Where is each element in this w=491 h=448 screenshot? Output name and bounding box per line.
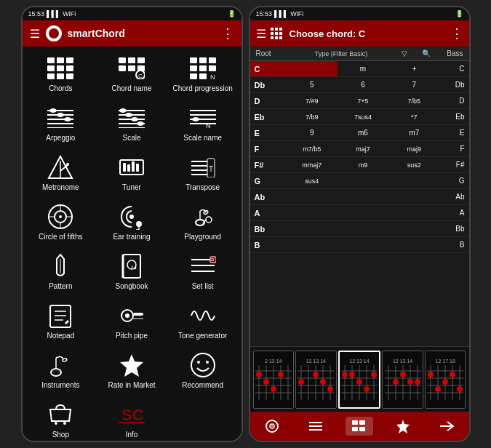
b-type3[interactable] <box>388 237 439 252</box>
bb-bass[interactable]: Bb <box>440 221 469 236</box>
ab-root[interactable]: Ab <box>250 189 287 204</box>
ab-type2[interactable] <box>338 189 388 204</box>
menu-item-recommend[interactable]: Recommend <box>167 346 239 396</box>
chord-row-c[interactable]: C m + C <box>250 61 469 77</box>
db-bass[interactable]: Db <box>440 77 469 92</box>
fretboard-2[interactable]: 12 13 14 <box>295 351 337 409</box>
bb-type3[interactable] <box>388 221 439 236</box>
search-icon-btn[interactable]: 🔍 <box>415 49 437 57</box>
db-type1[interactable]: 5 <box>287 77 338 92</box>
fs-type1[interactable]: mmaj7 <box>287 157 338 172</box>
fretboard-3[interactable]: 12 13 14 <box>338 351 381 409</box>
menu-item-songbook[interactable]: ♪ Songbook <box>96 247 167 297</box>
d-bass[interactable]: D <box>440 93 469 108</box>
eb-type2[interactable]: 7sus4 <box>338 109 388 124</box>
b-root[interactable]: B <box>250 237 287 252</box>
a-type1[interactable] <box>287 205 338 220</box>
chord-row-a[interactable]: A A <box>250 205 469 221</box>
e-type1[interactable]: 9 <box>287 125 338 140</box>
menu-item-info[interactable]: SC Info <box>96 396 167 441</box>
d-type3[interactable]: 7/b5 <box>388 93 439 108</box>
chord-row-b[interactable]: B B <box>250 237 469 253</box>
menu-item-arpeggio[interactable]: Arpeggio <box>25 99 97 148</box>
g-type1[interactable]: sus4 <box>287 173 338 188</box>
f-type2[interactable]: maj7 <box>338 141 388 156</box>
menu-item-ear-training[interactable]: Ear training <box>96 198 167 247</box>
menu-item-playground[interactable]: Playground <box>167 198 239 247</box>
eb-bass[interactable]: Eb <box>440 109 469 124</box>
c-type2[interactable]: m <box>338 61 388 76</box>
menu-item-set-list[interactable]: ≡ Set list <box>167 247 239 297</box>
chord-more-icon[interactable]: ⋮ <box>450 25 463 41</box>
eb-type3[interactable]: *7 <box>388 109 439 124</box>
menu-item-pattern[interactable]: Pattern <box>25 247 97 297</box>
menu-item-transpose[interactable]: T Transpose <box>167 148 239 198</box>
bb-type1[interactable] <box>287 221 338 236</box>
f-type3[interactable]: maj9 <box>388 141 439 156</box>
menu-item-scale-name[interactable]: N Scale name <box>167 99 239 148</box>
nav-star[interactable] <box>389 416 417 436</box>
ab-type3[interactable] <box>388 189 439 204</box>
fretboard-4[interactable]: 12 13 14 <box>382 351 423 409</box>
chord-row-fs[interactable]: F# mmaj7 m9 sus2 F# <box>250 157 469 173</box>
eb-root[interactable]: Eb <box>250 109 287 124</box>
c-bass[interactable]: C <box>440 61 469 76</box>
b-type1[interactable] <box>287 237 338 252</box>
nav-waveform[interactable] <box>258 417 286 436</box>
menu-item-pitch-pipe[interactable]: Pitch pipe <box>96 297 167 346</box>
chord-row-e[interactable]: E 9 m6 m7 E <box>250 125 469 141</box>
menu-item-circle-of-fifths[interactable]: Circle of fifths <box>25 198 97 247</box>
bb-type2[interactable] <box>338 221 388 236</box>
chord-menu-icon[interactable]: ☰ <box>256 27 266 41</box>
ab-type1[interactable] <box>287 189 338 204</box>
a-bass[interactable]: A <box>440 205 469 220</box>
db-root[interactable]: Db <box>250 77 287 92</box>
e-root[interactable]: E <box>250 125 287 140</box>
e-type3[interactable]: m7 <box>388 125 439 140</box>
chord-row-ab[interactable]: Ab Ab <box>250 189 469 205</box>
d-type1[interactable]: 7/#9 <box>287 93 338 108</box>
fretboard-1[interactable]: 2 13 14 <box>253 351 295 409</box>
b-type2[interactable] <box>338 237 388 252</box>
eb-type1[interactable]: 7/b9 <box>287 109 338 124</box>
menu-item-tuner[interactable]: Tuner <box>96 148 167 198</box>
fs-bass[interactable]: F# <box>440 157 469 172</box>
a-root[interactable]: A <box>250 205 287 220</box>
menu-item-metronome[interactable]: Metronome <box>25 148 97 198</box>
nav-arrow[interactable] <box>433 417 460 436</box>
g-root[interactable]: G <box>250 173 287 188</box>
chord-row-eb[interactable]: Eb 7/b9 7sus4 *7 Eb <box>250 109 469 125</box>
menu-item-chord-name[interactable]: C Chord name <box>96 49 167 99</box>
nav-list[interactable] <box>302 417 330 436</box>
e-bass[interactable]: E <box>440 125 469 140</box>
chord-row-f[interactable]: F m7/b5 maj7 maj9 F <box>250 141 469 157</box>
c-type1[interactable] <box>287 61 338 76</box>
a-type2[interactable] <box>338 205 388 220</box>
bb-root[interactable]: Bb <box>250 221 287 236</box>
menu-item-notepad[interactable]: Notepad <box>25 297 97 346</box>
menu-item-rate[interactable]: Rate in Market <box>96 346 167 396</box>
f-bass[interactable]: F <box>440 141 469 156</box>
chord-row-d[interactable]: D 7/#9 7+5 7/b5 D <box>250 93 469 109</box>
filter-icon[interactable]: ▽ <box>394 49 415 57</box>
header-more-icon[interactable]: ⋮ <box>221 25 234 41</box>
d-type2[interactable]: 7+5 <box>338 93 388 108</box>
hamburger-icon[interactable]: ☰ <box>30 27 40 41</box>
menu-item-shop[interactable]: Shop <box>25 396 97 441</box>
fs-type2[interactable]: m9 <box>338 157 388 172</box>
d-root[interactable]: D <box>250 93 287 108</box>
fretboard-5[interactable]: 12 17 18 <box>425 351 466 409</box>
menu-item-instruments[interactable]: Instruments <box>25 346 97 396</box>
chord-row-db[interactable]: Db 5 6 7 Db <box>250 77 469 93</box>
db-type2[interactable]: 6 <box>338 77 388 92</box>
b-bass[interactable]: B <box>440 237 469 252</box>
ab-bass[interactable]: Ab <box>440 189 469 204</box>
a-type3[interactable] <box>388 205 439 220</box>
menu-item-chords[interactable]: Chords <box>25 49 97 99</box>
fs-type3[interactable]: sus2 <box>388 157 439 172</box>
g-type2[interactable] <box>338 173 388 188</box>
chord-row-bb[interactable]: Bb Bb <box>250 221 469 237</box>
f-root[interactable]: F <box>250 141 287 156</box>
menu-item-chord-progression[interactable]: N Chord progression <box>167 49 239 99</box>
c-type3[interactable]: + <box>388 61 439 76</box>
